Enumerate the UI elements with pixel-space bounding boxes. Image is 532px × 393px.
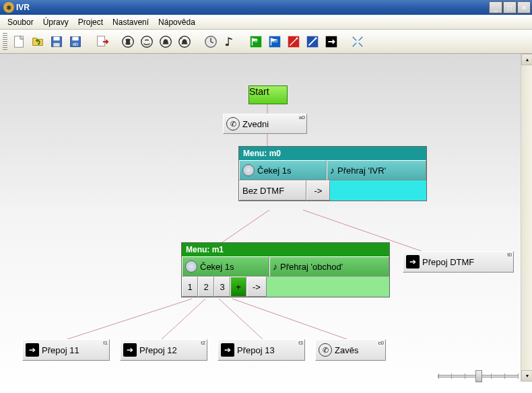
arrow-icon: ➔ <box>26 343 39 357</box>
menu-upravy[interactable]: Úpravy <box>38 15 73 29</box>
zvedni-label: Zvedni <box>242 119 269 129</box>
clock-icon[interactable] <box>201 32 220 51</box>
m0-prehraj[interactable]: ♪ Přehraj 'IVR' <box>327 160 426 180</box>
zoom-slider[interactable] <box>438 369 519 383</box>
m1-opt-plus[interactable]: + <box>230 277 246 297</box>
canvas[interactable]: Start a0 ✆ Zvedni Menu: m0 Čekej 1s ♪ Př… <box>0 54 532 393</box>
call-icon[interactable] <box>119 32 137 51</box>
node-start[interactable]: Start <box>248 85 288 104</box>
bell-ring-icon[interactable] <box>175 32 194 51</box>
svg-point-15 <box>226 43 230 46</box>
menu-napoveda[interactable]: Nápověda <box>154 15 200 29</box>
scroll-down-button[interactable]: ▾ <box>521 370 532 382</box>
svg-line-31 <box>219 299 263 339</box>
toolbar-grip[interactable] <box>3 33 7 50</box>
m1-fill <box>267 277 389 297</box>
export-icon[interactable] <box>92 32 111 51</box>
call-ring-icon[interactable] <box>137 32 156 51</box>
m1-opt-arrow[interactable]: -> <box>246 277 267 297</box>
arrow-out-icon[interactable] <box>303 32 322 51</box>
m0-arrow[interactable]: -> <box>306 180 330 201</box>
svg-rect-7 <box>98 36 105 46</box>
note-icon: ♪ <box>330 165 335 176</box>
node-prepoj-11[interactable]: t1 ➔ Přepoj 11 <box>22 339 110 361</box>
open-icon[interactable] <box>28 32 47 51</box>
node-prepoj-dtmf[interactable]: t0 ➔ Přepoj DTMF <box>403 251 514 273</box>
clock-icon <box>242 164 255 176</box>
maximize-button[interactable]: □ <box>503 1 517 13</box>
app-window: ✱ IVR _ □ ✕ Soubor Úpravy Project Nastav… <box>0 0 532 393</box>
phone-hangup-icon: ✆ <box>319 343 332 357</box>
scroll-up-button[interactable]: ▴ <box>521 54 532 65</box>
zaves-label: Zavěs <box>335 345 358 355</box>
node-zvedni[interactable]: a0 ✆ Zvedni <box>223 114 307 134</box>
node-prepoj-12[interactable]: t2 ➔ Přepoj 12 <box>120 339 207 361</box>
menu-m0[interactable]: Menu: m0 Čekej 1s ♪ Přehraj 'IVR' Bez DT… <box>238 146 427 201</box>
vertical-scrollbar[interactable]: ▴ ▾ <box>521 54 532 382</box>
menu-m0-title: Menu: m0 <box>239 147 426 160</box>
arrow-icon: ➔ <box>123 343 137 357</box>
m0-fill <box>330 180 426 201</box>
menu-nastaveni[interactable]: Nastavení <box>108 15 154 29</box>
svg-rect-2 <box>53 36 59 40</box>
svg-rect-3 <box>53 42 59 46</box>
svg-text:ab: ab <box>73 40 78 46</box>
node-prepoj-13[interactable]: t3 ➔ Přepoj 13 <box>218 339 305 361</box>
node-corner-label: t2 <box>201 340 205 346</box>
minimize-button[interactable]: _ <box>489 1 502 13</box>
m1-opt-2[interactable]: 2 <box>198 277 214 297</box>
m1-opt-3[interactable]: 3 <box>214 277 230 297</box>
prepoj-11-label: Přepoj 11 <box>42 345 79 355</box>
flag-green-icon[interactable]: 0 <box>246 32 265 51</box>
m0-bez-dtmf[interactable]: Bez DTMF <box>239 180 306 201</box>
node-corner-label: a0 <box>299 114 305 120</box>
prepoj-dtmf-label: Přepoj DTMF <box>422 257 474 267</box>
note-icon[interactable] <box>220 32 239 51</box>
node-corner-label: t3 <box>298 340 303 346</box>
app-icon: ✱ <box>3 2 14 13</box>
new-icon[interactable] <box>9 32 28 51</box>
node-corner-label: t1 <box>103 340 108 346</box>
note-icon: ♪ <box>273 261 277 272</box>
save-as-icon[interactable]: ab <box>66 32 85 51</box>
m0-cekej[interactable]: Čekej 1s <box>239 160 327 180</box>
svg-point-9 <box>141 36 153 47</box>
prepoj-12-label: Přepoj 12 <box>139 345 177 355</box>
svg-rect-5 <box>72 36 78 40</box>
arrow-icon: ➔ <box>221 343 234 357</box>
node-corner-label: t0 <box>507 252 512 258</box>
arrow-icon: ➔ <box>406 255 420 269</box>
svg-line-30 <box>162 299 205 339</box>
m1-cekej[interactable]: Čekej 1s <box>182 256 269 277</box>
menu-m1[interactable]: Menu: m1 Čekej 1s ♪ Přehraj 'obchod' 1 2… <box>181 242 390 297</box>
node-zaves[interactable]: c0 ✆ Zavěs <box>315 339 386 361</box>
close-button[interactable]: ✕ <box>517 1 531 13</box>
flag-blue-icon[interactable]: 10 <box>265 32 284 51</box>
clock-icon <box>185 260 197 273</box>
m1-prehraj[interactable]: ♪ Přehraj 'obchod' <box>269 256 389 277</box>
prepoj-13-label: Přepoj 13 <box>237 345 275 355</box>
svg-line-29 <box>67 299 192 339</box>
m1-opt-1[interactable]: 1 <box>182 277 198 297</box>
menu-m1-title: Menu: m1 <box>182 243 389 256</box>
svg-line-32 <box>232 299 347 339</box>
menu-project[interactable]: Project <box>73 15 108 29</box>
phone-icon: ✆ <box>226 117 240 131</box>
menubar: Soubor Úpravy Project Nastavení Nápověda <box>0 15 532 30</box>
bell-icon[interactable] <box>156 32 175 51</box>
window-title: IVR <box>16 3 30 12</box>
crosshair-icon[interactable] <box>348 32 367 51</box>
menu-soubor[interactable]: Soubor <box>3 15 38 29</box>
toolbar: ab 0 10 <box>0 30 532 54</box>
flag-red-icon[interactable] <box>284 32 303 51</box>
titlebar: ✱ IVR _ □ ✕ <box>0 0 532 15</box>
svg-line-27 <box>222 210 269 242</box>
slider-thumb[interactable] <box>475 370 482 382</box>
start-label: Start <box>249 86 269 97</box>
node-corner-label: c0 <box>378 340 384 346</box>
arrow-right-icon[interactable] <box>322 32 341 51</box>
save-icon[interactable] <box>47 32 66 51</box>
